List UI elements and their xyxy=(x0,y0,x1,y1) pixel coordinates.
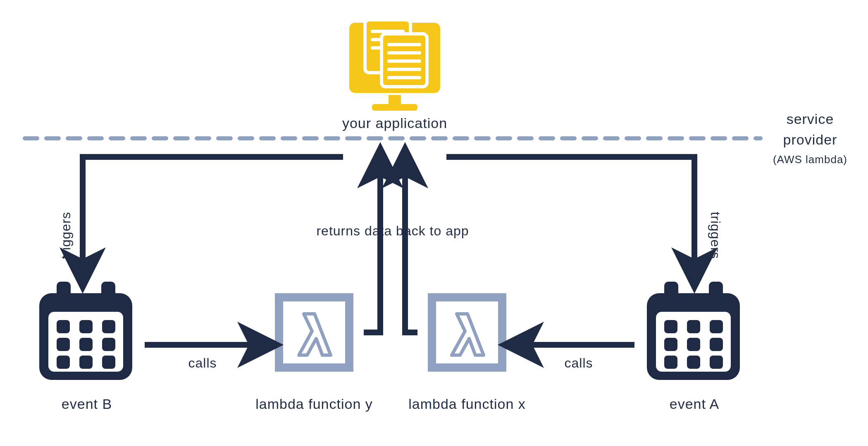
lambda-y-label: lambda function y xyxy=(255,396,373,412)
edge-triggers-left xyxy=(83,157,343,270)
svg-rect-19 xyxy=(79,320,93,333)
svg-rect-23 xyxy=(102,338,115,351)
edge-calls-right-label: calls xyxy=(564,356,593,370)
svg-rect-24 xyxy=(57,356,70,369)
svg-rect-37 xyxy=(664,356,677,369)
event-b-icon xyxy=(39,282,132,380)
svg-rect-2 xyxy=(389,95,401,104)
svg-rect-18 xyxy=(57,320,70,333)
svg-rect-43 xyxy=(436,301,498,363)
edge-triggers-left-label: triggers xyxy=(58,212,73,259)
svg-rect-22 xyxy=(79,338,93,351)
edge-triggers-right-label: triggers xyxy=(708,212,723,259)
edge-triggers-right xyxy=(446,157,694,270)
event-a-icon xyxy=(647,282,740,380)
event-b-label: event B xyxy=(62,396,112,412)
boundary-label-3: (AWS lambda) xyxy=(773,153,847,166)
boundary-label-2: provider xyxy=(783,132,837,147)
svg-rect-20 xyxy=(102,320,115,333)
application-icon xyxy=(349,20,440,111)
svg-rect-3 xyxy=(372,104,417,111)
svg-rect-38 xyxy=(687,356,700,369)
boundary-label-1: service xyxy=(787,111,834,127)
svg-rect-32 xyxy=(687,320,700,333)
svg-rect-21 xyxy=(57,338,70,351)
svg-rect-31 xyxy=(664,320,677,333)
diagram-canvas: service provider (AWS lambda) your appli… xyxy=(0,0,868,446)
application-label: your application xyxy=(342,115,447,131)
svg-rect-36 xyxy=(710,338,723,351)
lambda-x-icon xyxy=(428,293,506,372)
svg-rect-25 xyxy=(79,356,93,369)
event-a-label: event A xyxy=(670,396,719,412)
svg-rect-41 xyxy=(283,301,345,363)
svg-rect-33 xyxy=(710,320,723,333)
lambda-y-icon xyxy=(275,293,353,372)
svg-rect-26 xyxy=(102,356,115,369)
edge-calls-left-label: calls xyxy=(188,356,217,370)
svg-rect-35 xyxy=(687,338,700,351)
edge-return-left xyxy=(364,165,380,332)
lambda-x-label: lambda function x xyxy=(408,396,526,412)
svg-rect-39 xyxy=(710,356,723,369)
edge-return-right xyxy=(405,165,417,332)
svg-rect-34 xyxy=(664,338,677,351)
edge-return-label: returns data back to app xyxy=(316,223,469,238)
